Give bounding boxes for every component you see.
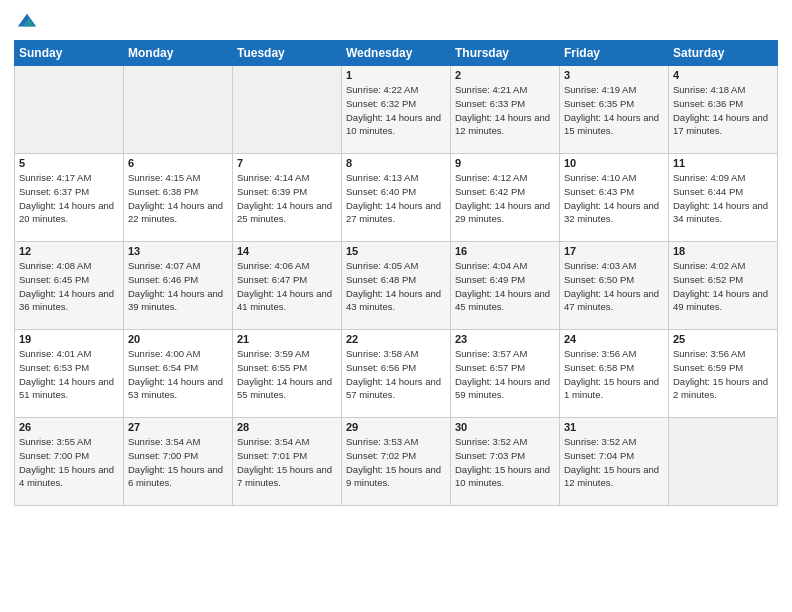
week-row-4: 26Sunrise: 3:55 AM Sunset: 7:00 PM Dayli… [15, 418, 778, 506]
calendar-cell [233, 66, 342, 154]
calendar-cell: 29Sunrise: 3:53 AM Sunset: 7:02 PM Dayli… [342, 418, 451, 506]
day-number: 4 [673, 69, 773, 81]
day-info: Sunrise: 4:13 AM Sunset: 6:40 PM Dayligh… [346, 171, 446, 226]
day-number: 22 [346, 333, 446, 345]
calendar-cell: 13Sunrise: 4:07 AM Sunset: 6:46 PM Dayli… [124, 242, 233, 330]
day-info: Sunrise: 3:56 AM Sunset: 6:58 PM Dayligh… [564, 347, 664, 402]
calendar-cell: 22Sunrise: 3:58 AM Sunset: 6:56 PM Dayli… [342, 330, 451, 418]
day-info: Sunrise: 4:06 AM Sunset: 6:47 PM Dayligh… [237, 259, 337, 314]
calendar-cell: 11Sunrise: 4:09 AM Sunset: 6:44 PM Dayli… [669, 154, 778, 242]
weekday-tuesday: Tuesday [233, 41, 342, 66]
day-number: 2 [455, 69, 555, 81]
calendar-cell: 24Sunrise: 3:56 AM Sunset: 6:58 PM Dayli… [560, 330, 669, 418]
day-info: Sunrise: 4:00 AM Sunset: 6:54 PM Dayligh… [128, 347, 228, 402]
day-number: 30 [455, 421, 555, 433]
day-info: Sunrise: 4:22 AM Sunset: 6:32 PM Dayligh… [346, 83, 446, 138]
day-info: Sunrise: 4:21 AM Sunset: 6:33 PM Dayligh… [455, 83, 555, 138]
day-number: 23 [455, 333, 555, 345]
day-info: Sunrise: 4:03 AM Sunset: 6:50 PM Dayligh… [564, 259, 664, 314]
day-info: Sunrise: 4:07 AM Sunset: 6:46 PM Dayligh… [128, 259, 228, 314]
calendar-cell: 8Sunrise: 4:13 AM Sunset: 6:40 PM Daylig… [342, 154, 451, 242]
day-number: 10 [564, 157, 664, 169]
logo [14, 10, 38, 32]
header [14, 10, 778, 32]
weekday-friday: Friday [560, 41, 669, 66]
day-number: 7 [237, 157, 337, 169]
calendar-cell: 4Sunrise: 4:18 AM Sunset: 6:36 PM Daylig… [669, 66, 778, 154]
logo-icon [16, 10, 38, 32]
day-number: 14 [237, 245, 337, 257]
day-info: Sunrise: 3:54 AM Sunset: 7:00 PM Dayligh… [128, 435, 228, 490]
day-number: 16 [455, 245, 555, 257]
day-info: Sunrise: 4:14 AM Sunset: 6:39 PM Dayligh… [237, 171, 337, 226]
calendar-cell [15, 66, 124, 154]
day-info: Sunrise: 3:54 AM Sunset: 7:01 PM Dayligh… [237, 435, 337, 490]
day-info: Sunrise: 4:18 AM Sunset: 6:36 PM Dayligh… [673, 83, 773, 138]
day-number: 17 [564, 245, 664, 257]
calendar-cell: 27Sunrise: 3:54 AM Sunset: 7:00 PM Dayli… [124, 418, 233, 506]
calendar-cell: 18Sunrise: 4:02 AM Sunset: 6:52 PM Dayli… [669, 242, 778, 330]
day-info: Sunrise: 3:52 AM Sunset: 7:03 PM Dayligh… [455, 435, 555, 490]
day-info: Sunrise: 3:52 AM Sunset: 7:04 PM Dayligh… [564, 435, 664, 490]
day-number: 19 [19, 333, 119, 345]
day-info: Sunrise: 3:56 AM Sunset: 6:59 PM Dayligh… [673, 347, 773, 402]
weekday-header-row: SundayMondayTuesdayWednesdayThursdayFrid… [15, 41, 778, 66]
day-info: Sunrise: 4:15 AM Sunset: 6:38 PM Dayligh… [128, 171, 228, 226]
calendar-cell: 31Sunrise: 3:52 AM Sunset: 7:04 PM Dayli… [560, 418, 669, 506]
day-number: 12 [19, 245, 119, 257]
day-info: Sunrise: 4:04 AM Sunset: 6:49 PM Dayligh… [455, 259, 555, 314]
day-number: 18 [673, 245, 773, 257]
day-info: Sunrise: 4:09 AM Sunset: 6:44 PM Dayligh… [673, 171, 773, 226]
calendar-cell: 10Sunrise: 4:10 AM Sunset: 6:43 PM Dayli… [560, 154, 669, 242]
day-number: 26 [19, 421, 119, 433]
day-info: Sunrise: 4:19 AM Sunset: 6:35 PM Dayligh… [564, 83, 664, 138]
day-info: Sunrise: 3:53 AM Sunset: 7:02 PM Dayligh… [346, 435, 446, 490]
weekday-sunday: Sunday [15, 41, 124, 66]
calendar-cell: 25Sunrise: 3:56 AM Sunset: 6:59 PM Dayli… [669, 330, 778, 418]
day-number: 31 [564, 421, 664, 433]
calendar-cell: 20Sunrise: 4:00 AM Sunset: 6:54 PM Dayli… [124, 330, 233, 418]
calendar-cell: 12Sunrise: 4:08 AM Sunset: 6:45 PM Dayli… [15, 242, 124, 330]
day-number: 6 [128, 157, 228, 169]
day-number: 24 [564, 333, 664, 345]
weekday-saturday: Saturday [669, 41, 778, 66]
day-number: 15 [346, 245, 446, 257]
day-number: 28 [237, 421, 337, 433]
week-row-0: 1Sunrise: 4:22 AM Sunset: 6:32 PM Daylig… [15, 66, 778, 154]
day-number: 11 [673, 157, 773, 169]
calendar-cell: 7Sunrise: 4:14 AM Sunset: 6:39 PM Daylig… [233, 154, 342, 242]
calendar-cell: 15Sunrise: 4:05 AM Sunset: 6:48 PM Dayli… [342, 242, 451, 330]
day-info: Sunrise: 4:17 AM Sunset: 6:37 PM Dayligh… [19, 171, 119, 226]
day-number: 5 [19, 157, 119, 169]
day-number: 8 [346, 157, 446, 169]
day-info: Sunrise: 4:01 AM Sunset: 6:53 PM Dayligh… [19, 347, 119, 402]
calendar-cell: 30Sunrise: 3:52 AM Sunset: 7:03 PM Dayli… [451, 418, 560, 506]
calendar-cell: 5Sunrise: 4:17 AM Sunset: 6:37 PM Daylig… [15, 154, 124, 242]
page: SundayMondayTuesdayWednesdayThursdayFrid… [0, 0, 792, 612]
day-info: Sunrise: 3:57 AM Sunset: 6:57 PM Dayligh… [455, 347, 555, 402]
day-number: 3 [564, 69, 664, 81]
weekday-thursday: Thursday [451, 41, 560, 66]
calendar-cell: 1Sunrise: 4:22 AM Sunset: 6:32 PM Daylig… [342, 66, 451, 154]
day-info: Sunrise: 4:08 AM Sunset: 6:45 PM Dayligh… [19, 259, 119, 314]
calendar-cell: 3Sunrise: 4:19 AM Sunset: 6:35 PM Daylig… [560, 66, 669, 154]
day-number: 29 [346, 421, 446, 433]
calendar-cell: 26Sunrise: 3:55 AM Sunset: 7:00 PM Dayli… [15, 418, 124, 506]
week-row-1: 5Sunrise: 4:17 AM Sunset: 6:37 PM Daylig… [15, 154, 778, 242]
calendar-cell: 23Sunrise: 3:57 AM Sunset: 6:57 PM Dayli… [451, 330, 560, 418]
calendar-cell: 9Sunrise: 4:12 AM Sunset: 6:42 PM Daylig… [451, 154, 560, 242]
day-info: Sunrise: 4:10 AM Sunset: 6:43 PM Dayligh… [564, 171, 664, 226]
day-number: 13 [128, 245, 228, 257]
week-row-3: 19Sunrise: 4:01 AM Sunset: 6:53 PM Dayli… [15, 330, 778, 418]
calendar-cell: 21Sunrise: 3:59 AM Sunset: 6:55 PM Dayli… [233, 330, 342, 418]
calendar-cell: 28Sunrise: 3:54 AM Sunset: 7:01 PM Dayli… [233, 418, 342, 506]
calendar-cell: 16Sunrise: 4:04 AM Sunset: 6:49 PM Dayli… [451, 242, 560, 330]
calendar-table: SundayMondayTuesdayWednesdayThursdayFrid… [14, 40, 778, 506]
calendar-cell [669, 418, 778, 506]
calendar-cell: 14Sunrise: 4:06 AM Sunset: 6:47 PM Dayli… [233, 242, 342, 330]
weekday-wednesday: Wednesday [342, 41, 451, 66]
day-number: 21 [237, 333, 337, 345]
day-info: Sunrise: 3:59 AM Sunset: 6:55 PM Dayligh… [237, 347, 337, 402]
weekday-monday: Monday [124, 41, 233, 66]
calendar-cell: 19Sunrise: 4:01 AM Sunset: 6:53 PM Dayli… [15, 330, 124, 418]
